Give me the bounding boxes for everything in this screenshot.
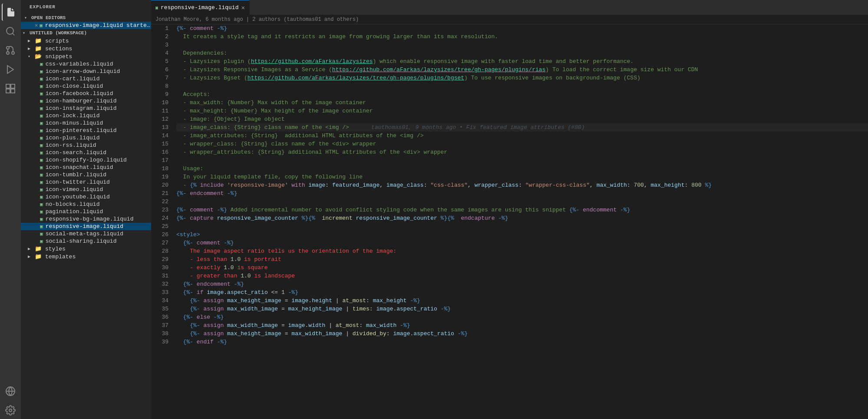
settings-icon[interactable] xyxy=(2,402,19,419)
snippets-chevron: ▾ xyxy=(28,54,33,59)
line-numbers: 1 2 3 4 5 6 7 8 9 10 11 12 13 14 15 16 1… xyxy=(151,24,173,419)
file-responsive-bg-image[interactable]: ▣responsive-bg-image.liquid xyxy=(21,215,151,223)
file-responsive-image[interactable]: ▣responsive-image.liquid xyxy=(21,223,151,230)
file-icon-hamburger[interactable]: ▣icon-hamburger.liquid xyxy=(21,97,151,105)
blame-text: Jonathan Moore, 6 months ago | 2 authors… xyxy=(155,16,359,23)
file-icon-vimeo[interactable]: ▣icon-vimeo.liquid xyxy=(21,186,151,193)
file-icon-close[interactable]: ▣icon-close.liquid xyxy=(21,82,151,90)
workspace-chevron: ▾ xyxy=(23,30,28,36)
file-icon-lock[interactable]: ▣icon-lock.liquid xyxy=(21,112,151,119)
file-social-sharing[interactable]: ▣social-sharing.liquid xyxy=(21,238,151,245)
search-icon[interactable] xyxy=(2,23,19,40)
main-editor-area: ▣ responsive-image.liquid ✕ Jonathan Moo… xyxy=(151,0,868,419)
code-line-11: - max_height: {Number} Max height of the… xyxy=(176,107,868,115)
code-line-39: {%- endif -%} xyxy=(176,338,868,346)
file-icon-arrow-down[interactable]: ▣icon-arrow-down.liquid xyxy=(21,68,151,75)
editor-code[interactable]: {%- comment -%} It creates a style tag a… xyxy=(173,24,868,419)
code-line-20: - {% include 'responsive-image' with ima… xyxy=(176,181,868,189)
code-line-35: {%- assign max_width_image = max_height_… xyxy=(176,305,868,313)
code-line-12: - image: {Object} Image object xyxy=(176,115,868,123)
liquid-icon: ▣ xyxy=(40,201,43,207)
code-line-6: - Lazysizes Responsive Images as a Servi… xyxy=(176,66,868,74)
code-line-19: In your liquid template file, copy the f… xyxy=(176,173,868,181)
liquid-icon: ▣ xyxy=(40,209,43,214)
svg-point-0 xyxy=(7,27,13,34)
files-icon[interactable] xyxy=(2,3,19,21)
liquid-icon: ▣ xyxy=(40,106,43,111)
liquid-icon: ▣ xyxy=(40,76,43,82)
file-icon-facebook[interactable]: ▣icon-facebook.liquid xyxy=(21,90,151,97)
file-icon-youtube[interactable]: ▣icon-youtube.liquid xyxy=(21,193,151,201)
liquid-icon: ▣ xyxy=(40,187,43,192)
folder-scripts[interactable]: ▶ 📁 scripts xyxy=(21,37,151,45)
file-icon-twitter[interactable]: ▣icon-twitter.liquid xyxy=(21,178,151,186)
blame-bar: Jonathan Moore, 6 months ago | 2 authors… xyxy=(151,15,868,24)
file-icon-cart[interactable]: ▣icon-cart.liquid xyxy=(21,75,151,82)
folder-templates[interactable]: ▶ 📁 templates xyxy=(21,253,151,261)
code-line-25 xyxy=(176,222,868,231)
workspace-header[interactable]: ▾ UNTITLED (WORKSPACE) xyxy=(21,29,151,37)
code-line-37: {%- assign max_width_image = image.width… xyxy=(176,321,868,330)
liquid-icon: ▣ xyxy=(40,165,43,170)
open-editors-header[interactable]: ▾ OPEN EDITORS xyxy=(21,14,151,22)
code-line-29: - less than 1.0 is portrait xyxy=(176,255,868,264)
folder-sections[interactable]: ▶ 📁 sections xyxy=(21,45,151,53)
file-icon-tumblr[interactable]: ▣icon-tumblr.liquid xyxy=(21,171,151,178)
liquid-icon: ▣ xyxy=(40,113,43,119)
file-pagination[interactable]: ▣pagination.liquid xyxy=(21,208,151,215)
liquid-file-icon: ▣ xyxy=(40,23,43,28)
svg-rect-8 xyxy=(11,84,15,88)
svg-point-13 xyxy=(9,409,12,412)
folder-scripts-label: scripts xyxy=(45,38,69,44)
file-icon-search[interactable]: ▣icon-search.liquid xyxy=(21,149,151,156)
file-no-blocks[interactable]: ▣no-blocks.liquid xyxy=(21,201,151,208)
file-icon-shopify-logo[interactable]: ▣icon-shopify-logo.liquid xyxy=(21,156,151,164)
liquid-icon: ▣ xyxy=(40,142,43,148)
file-icon-rss[interactable]: ▣icon-rss.liquid xyxy=(21,142,151,149)
open-editors-label: OPEN EDITORS xyxy=(31,15,66,20)
svg-rect-10 xyxy=(11,89,15,93)
code-line-34: {%- assign max_height_image = image.heig… xyxy=(176,297,868,305)
file-css-variables[interactable]: ▣css-variables.liquid xyxy=(21,60,151,68)
workspace-section: ▾ UNTITLED (WORKSPACE) ▶ 📁 scripts ▶ 📁 s… xyxy=(21,29,151,419)
code-line-21: {%- endcomment -%} xyxy=(176,189,868,198)
open-editor-item-responsive-image[interactable]: ✕ ▣ responsive-image.liquid starter-them… xyxy=(21,22,151,29)
folder-snippets-icon: 📂 xyxy=(35,53,42,60)
code-line-33: {%- if image.aspect_ratio <= 1 -%} xyxy=(176,288,868,297)
code-line-24: {%- capture responsive_image_counter %}{… xyxy=(176,214,868,222)
code-line-10: - max_width: {Number} Max width of the i… xyxy=(176,99,868,107)
close-editor-icon[interactable]: ✕ xyxy=(35,22,38,29)
liquid-icon: ▣ xyxy=(40,150,43,155)
remote-explorer-icon[interactable] xyxy=(2,383,19,400)
folder-snippets[interactable]: ▾ 📂 snippets xyxy=(21,53,151,60)
extensions-icon[interactable] xyxy=(2,80,19,97)
svg-marker-6 xyxy=(7,66,13,73)
file-icon-plus[interactable]: ▣icon-plus.liquid xyxy=(21,134,151,142)
liquid-icon: ▣ xyxy=(40,238,43,244)
liquid-icon: ▣ xyxy=(40,120,43,126)
tab-responsive-image[interactable]: ▣ responsive-image.liquid ✕ xyxy=(151,0,250,15)
folder-sections-label: sections xyxy=(45,46,72,52)
tab-close-icon[interactable]: ✕ xyxy=(241,5,244,11)
file-icon-pinterest[interactable]: ▣icon-pinterest.liquid xyxy=(21,127,151,134)
file-icon-minus[interactable]: ▣icon-minus.liquid xyxy=(21,119,151,127)
liquid-icon: ▣ xyxy=(40,128,43,133)
code-line-4: Dependencies: xyxy=(176,49,868,57)
templates-chevron: ▶ xyxy=(28,254,33,259)
liquid-icon: ▣ xyxy=(40,216,43,222)
svg-rect-7 xyxy=(6,84,10,88)
run-debug-icon[interactable] xyxy=(2,61,19,78)
code-line-3 xyxy=(176,41,868,49)
liquid-icon: ▣ xyxy=(40,224,43,229)
file-social-meta-tags[interactable]: ▣social-meta-tags.liquid xyxy=(21,230,151,238)
liquid-icon: ▣ xyxy=(40,179,43,185)
code-line-5: - Lazysizes plugin (https://github.com/a… xyxy=(176,57,868,66)
liquid-icon: ▣ xyxy=(40,83,43,89)
file-icon-snapchat[interactable]: ▣icon-snapchat.liquid xyxy=(21,164,151,171)
code-line-17 xyxy=(176,156,868,165)
liquid-icon: ▣ xyxy=(40,61,43,67)
code-line-7: - Lazysizes Bgset (https://github.com/aF… xyxy=(176,74,868,82)
folder-styles[interactable]: ▶ 📁 styles xyxy=(21,245,151,253)
source-control-icon[interactable] xyxy=(2,42,19,59)
file-icon-instagram[interactable]: ▣icon-instagram.liquid xyxy=(21,105,151,112)
